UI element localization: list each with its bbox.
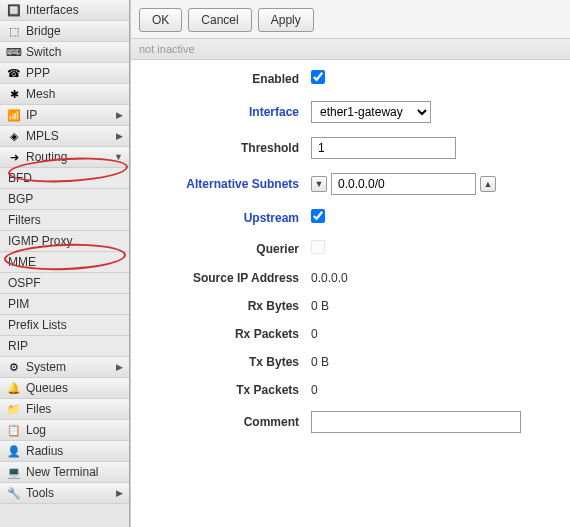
sidebar-item-tools[interactable]: 🔧Tools▶ bbox=[0, 483, 129, 504]
switch-icon: ⌨ bbox=[6, 44, 22, 60]
querier-label: Querier bbox=[131, 242, 311, 256]
sidebar-item-ppp[interactable]: ☎PPP bbox=[0, 63, 129, 84]
sidebar-item-igmp-proxy[interactable]: IGMP Proxy bbox=[0, 231, 129, 252]
tx-bytes-label: Tx Bytes bbox=[131, 355, 311, 369]
chevron-right-icon: ▶ bbox=[116, 110, 123, 120]
sidebar-item-label: Routing bbox=[26, 150, 114, 164]
chevron-right-icon: ▶ bbox=[116, 362, 123, 372]
sidebar-item-system[interactable]: ⚙System▶ bbox=[0, 357, 129, 378]
form: Enabled Interface ether1-gateway Thresho… bbox=[131, 60, 570, 527]
sidebar-item-label: Prefix Lists bbox=[8, 318, 123, 332]
chevron-right-icon: ▶ bbox=[116, 488, 123, 498]
sidebar-item-ip[interactable]: 📶IP▶ bbox=[0, 105, 129, 126]
queues-icon: 🔔 bbox=[6, 380, 22, 396]
sidebar-item-interfaces[interactable]: 🔲Interfaces bbox=[0, 0, 129, 21]
comment-input[interactable] bbox=[311, 411, 521, 433]
sidebar-item-files[interactable]: 📁Files bbox=[0, 399, 129, 420]
system-icon: ⚙ bbox=[6, 359, 22, 375]
chevron-right-icon: ▶ bbox=[116, 131, 123, 141]
threshold-input[interactable] bbox=[311, 137, 456, 159]
cancel-button[interactable]: Cancel bbox=[188, 8, 251, 32]
interfaces-icon: 🔲 bbox=[6, 2, 22, 18]
sidebar-item-label: Files bbox=[26, 402, 123, 416]
new-terminal-icon: 💻 bbox=[6, 464, 22, 480]
enabled-checkbox[interactable] bbox=[311, 70, 325, 84]
sidebar-item-label: PIM bbox=[8, 297, 123, 311]
sidebar-item-label: Queues bbox=[26, 381, 123, 395]
main-panel: OK Cancel Apply not inactive Enabled Int… bbox=[130, 0, 570, 527]
sidebar-item-label: Switch bbox=[26, 45, 123, 59]
threshold-label: Threshold bbox=[131, 141, 311, 155]
chevron-down-icon: ▼ bbox=[114, 152, 123, 162]
sidebar-item-routing[interactable]: ➜Routing▼ bbox=[0, 147, 129, 168]
sidebar-item-label: PPP bbox=[26, 66, 123, 80]
sidebar-item-log[interactable]: 📋Log bbox=[0, 420, 129, 441]
sidebar-item-mesh[interactable]: ✱Mesh bbox=[0, 84, 129, 105]
tx-packets-label: Tx Packets bbox=[131, 383, 311, 397]
alt-subnets-label[interactable]: Alternative Subnets bbox=[131, 177, 311, 191]
radius-icon: 👤 bbox=[6, 443, 22, 459]
sidebar-item-label: New Terminal bbox=[26, 465, 123, 479]
sidebar-item-label: RIP bbox=[8, 339, 123, 353]
apply-button[interactable]: Apply bbox=[258, 8, 314, 32]
sidebar-item-bfd[interactable]: BFD bbox=[0, 168, 129, 189]
sidebar-item-switch[interactable]: ⌨Switch bbox=[0, 42, 129, 63]
sidebar-item-label: Mesh bbox=[26, 87, 123, 101]
sidebar-item-label: System bbox=[26, 360, 116, 374]
rx-packets-value: 0 bbox=[311, 327, 556, 341]
upstream-label[interactable]: Upstream bbox=[131, 211, 311, 225]
sidebar-item-label: Log bbox=[26, 423, 123, 437]
sidebar-item-new-terminal[interactable]: 💻New Terminal bbox=[0, 462, 129, 483]
bridge-icon: ⬚ bbox=[6, 23, 22, 39]
sidebar-item-label: MPLS bbox=[26, 129, 116, 143]
rx-packets-label: Rx Packets bbox=[131, 327, 311, 341]
sidebar-item-mme[interactable]: MME bbox=[0, 252, 129, 273]
alt-subnets-input[interactable] bbox=[331, 173, 476, 195]
sidebar-item-mpls[interactable]: ◈MPLS▶ bbox=[0, 126, 129, 147]
querier-checkbox bbox=[311, 240, 325, 254]
sidebar-item-pim[interactable]: PIM bbox=[0, 294, 129, 315]
tx-packets-value: 0 bbox=[311, 383, 556, 397]
sidebar-item-radius[interactable]: 👤Radius bbox=[0, 441, 129, 462]
log-icon: 📋 bbox=[6, 422, 22, 438]
ok-button[interactable]: OK bbox=[139, 8, 182, 32]
enabled-label: Enabled bbox=[131, 72, 311, 86]
sidebar-item-prefix-lists[interactable]: Prefix Lists bbox=[0, 315, 129, 336]
alt-subnets-down-icon[interactable]: ▼ bbox=[311, 176, 327, 192]
interface-label[interactable]: Interface bbox=[131, 105, 311, 119]
sidebar-item-label: BGP bbox=[8, 192, 123, 206]
sidebar-item-label: Tools bbox=[26, 486, 116, 500]
upstream-checkbox[interactable] bbox=[311, 209, 325, 223]
sidebar-item-label: MME bbox=[8, 255, 123, 269]
comment-label: Comment bbox=[131, 415, 311, 429]
tx-bytes-value: 0 B bbox=[311, 355, 556, 369]
sidebar-item-label: Filters bbox=[8, 213, 123, 227]
mesh-icon: ✱ bbox=[6, 86, 22, 102]
routing-icon: ➜ bbox=[6, 149, 22, 165]
status-bar: not inactive bbox=[131, 38, 570, 60]
ip-icon: 📶 bbox=[6, 107, 22, 123]
rx-bytes-value: 0 B bbox=[311, 299, 556, 313]
alt-subnets-up-icon[interactable]: ▲ bbox=[480, 176, 496, 192]
sidebar-item-bridge[interactable]: ⬚Bridge bbox=[0, 21, 129, 42]
sidebar-item-label: IGMP Proxy bbox=[8, 234, 123, 248]
sidebar-item-label: OSPF bbox=[8, 276, 123, 290]
sidebar-item-queues[interactable]: 🔔Queues bbox=[0, 378, 129, 399]
sidebar-item-bgp[interactable]: BGP bbox=[0, 189, 129, 210]
ppp-icon: ☎ bbox=[6, 65, 22, 81]
tools-icon: 🔧 bbox=[6, 485, 22, 501]
mpls-icon: ◈ bbox=[6, 128, 22, 144]
sidebar-item-ospf[interactable]: OSPF bbox=[0, 273, 129, 294]
src-ip-label: Source IP Address bbox=[131, 271, 311, 285]
sidebar-item-label: BFD bbox=[8, 171, 123, 185]
src-ip-value: 0.0.0.0 bbox=[311, 271, 556, 285]
toolbar: OK Cancel Apply bbox=[131, 0, 570, 38]
files-icon: 📁 bbox=[6, 401, 22, 417]
rx-bytes-label: Rx Bytes bbox=[131, 299, 311, 313]
sidebar-item-rip[interactable]: RIP bbox=[0, 336, 129, 357]
interface-select[interactable]: ether1-gateway bbox=[311, 101, 431, 123]
sidebar-item-label: Radius bbox=[26, 444, 123, 458]
sidebar-item-label: Bridge bbox=[26, 24, 123, 38]
sidebar-item-filters[interactable]: Filters bbox=[0, 210, 129, 231]
sidebar-item-label: Interfaces bbox=[26, 3, 123, 17]
